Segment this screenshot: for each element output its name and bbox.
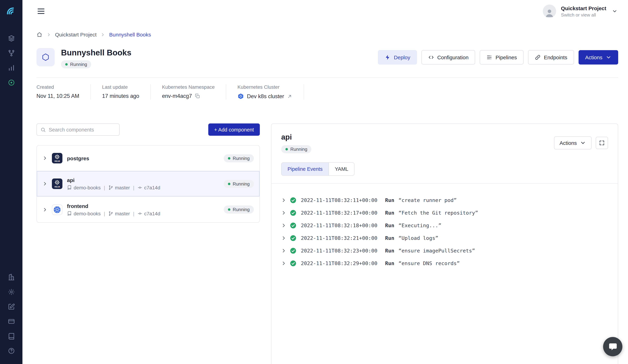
- breadcrumb-project-link[interactable]: Quickstart Project: [55, 32, 97, 38]
- component-info: frontend demo-books | master | c7a14d: [67, 203, 160, 216]
- home-icon[interactable]: [36, 32, 42, 38]
- sidebar-item-pipelines[interactable]: [7, 49, 15, 58]
- chat-launcher-button[interactable]: [603, 337, 622, 356]
- detail-title: api: [281, 133, 312, 141]
- detail-actions-label: Actions: [560, 140, 577, 146]
- success-check-icon: [290, 210, 296, 216]
- pipelines-button[interactable]: Pipelines: [480, 50, 524, 65]
- sidebar-item-billing[interactable]: [7, 318, 15, 326]
- sidebar-item-templates[interactable]: [7, 303, 15, 311]
- layers-icon: [7, 35, 15, 43]
- success-check-icon: [290, 197, 296, 203]
- meta-created: Created Nov 11, 10:25 AM: [36, 84, 91, 100]
- actions-button-label: Actions: [585, 54, 602, 60]
- event-timestamp: 2022-11-11T08:32:23+00:00: [301, 248, 378, 254]
- status-badge: Running: [224, 180, 254, 188]
- workspace-columns: + Add component HELM postgres: [36, 123, 618, 364]
- expand-chevron-icon[interactable]: [281, 223, 286, 228]
- pipeline-event-row[interactable]: 2022-11-11T08:32:21+00:00 Run “Upload lo…: [281, 232, 608, 244]
- project-switcher[interactable]: Quickstart Project Switch or view all: [561, 5, 606, 17]
- fullscreen-button[interactable]: [596, 137, 608, 149]
- tabs-divider: [271, 183, 618, 184]
- tab-pipeline-events[interactable]: Pipeline Events: [282, 163, 328, 175]
- avatar[interactable]: [543, 4, 556, 18]
- chevron-down-icon[interactable]: [612, 8, 618, 14]
- repo-icon: [67, 185, 72, 190]
- tab-yaml[interactable]: YAML: [328, 163, 354, 175]
- sidebar: [0, 0, 22, 364]
- chevron-down-icon: [580, 140, 586, 146]
- components-toolbar: + Add component: [36, 123, 260, 136]
- component-row-postgres[interactable]: HELM postgres Running: [37, 146, 259, 171]
- search-input[interactable]: [49, 127, 116, 132]
- component-name: postgres: [67, 155, 89, 161]
- environment-title-block: Bunnyshell Books Running: [61, 48, 131, 68]
- event-timestamp: 2022-11-11T08:32:11+00:00: [301, 197, 378, 203]
- search-icon: [40, 127, 46, 132]
- expand-chevron-icon[interactable]: [281, 248, 286, 253]
- status-label: Running: [233, 207, 250, 212]
- event-action: Run: [385, 197, 394, 203]
- event-action: Run: [385, 210, 394, 216]
- bunnyshell-logo[interactable]: [5, 5, 17, 17]
- expand-chevron-icon[interactable]: [42, 156, 47, 161]
- expand-chevron-icon[interactable]: [281, 211, 286, 215]
- sidebar-item-activity[interactable]: [7, 79, 15, 87]
- sidebar-item-environments[interactable]: [7, 35, 15, 43]
- pipeline-event-row[interactable]: 2022-11-11T08:32:11+00:00 Run “create ru…: [281, 194, 608, 207]
- expand-chevron-icon[interactable]: [42, 207, 47, 212]
- sidebar-item-help[interactable]: [7, 347, 15, 356]
- detail-title-block: api Running: [281, 133, 312, 153]
- environment-header: Bunnyshell Books Running Deploy Configur…: [36, 48, 618, 68]
- copy-icon[interactable]: [195, 93, 200, 99]
- meta-last-update: Last update 17 minutes ago: [91, 84, 151, 100]
- expand-chevron-icon[interactable]: [42, 181, 47, 186]
- helm-icon: HELM: [52, 178, 62, 189]
- success-check-icon: [290, 248, 296, 254]
- pipeline-event-row[interactable]: 2022-11-11T08:32:23+00:00 Run “ensure im…: [281, 244, 608, 257]
- pipeline-event-row[interactable]: 2022-11-11T08:32:29+00:00 Run “ensure DN…: [281, 257, 608, 270]
- status-badge: Running: [224, 154, 254, 162]
- commit: c7a14d: [138, 211, 160, 216]
- help-circle-icon: [7, 347, 15, 356]
- status-dot: [228, 208, 230, 211]
- component-row-api[interactable]: HELM api demo-books | master | c7a14d: [37, 171, 259, 197]
- event-action: Run: [385, 261, 394, 266]
- detail-actions-button[interactable]: Actions: [554, 137, 592, 149]
- meta-label: Created: [36, 84, 79, 90]
- actions-button[interactable]: Actions: [579, 50, 618, 65]
- meta-namespace: Kubernetes Namespace env-m4acg7: [151, 84, 226, 100]
- event-action: Run: [385, 248, 394, 254]
- sidebar-item-docs[interactable]: [7, 332, 15, 341]
- pipeline-events-list: 2022-11-11T08:32:11+00:00 Run “create ru…: [281, 194, 608, 270]
- add-component-button[interactable]: + Add component: [208, 123, 260, 136]
- sidebar-item-metrics[interactable]: [7, 64, 15, 73]
- expand-chevron-icon[interactable]: [281, 236, 286, 241]
- search-box: [36, 123, 120, 136]
- event-timestamp: 2022-11-11T08:32:17+00:00: [301, 210, 378, 216]
- pipeline-event-row[interactable]: 2022-11-11T08:32:17+00:00 Run “Fetch the…: [281, 207, 608, 219]
- building-icon: [7, 274, 15, 282]
- configuration-button[interactable]: Configuration: [421, 50, 475, 65]
- sidebar-item-organization[interactable]: [7, 274, 15, 282]
- sidebar-bottom-nav: [7, 274, 15, 356]
- sidebar-item-settings[interactable]: [7, 288, 15, 297]
- component-row-frontend[interactable]: frontend demo-books | master | c7a14d Ru…: [37, 197, 259, 222]
- breadcrumb-current[interactable]: Bunnyshell Books: [109, 32, 151, 38]
- status-label: Running: [233, 155, 250, 161]
- endpoints-button-label: Endpoints: [544, 54, 567, 60]
- component-name: frontend: [67, 203, 160, 209]
- external-link-icon[interactable]: [287, 93, 292, 99]
- expand-chevron-icon[interactable]: [281, 198, 286, 203]
- endpoints-button[interactable]: Endpoints: [528, 50, 574, 65]
- component-git-meta: demo-books | master | c7a14d: [67, 211, 160, 216]
- deploy-button[interactable]: Deploy: [378, 50, 417, 65]
- hamburger-menu-button[interactable]: [36, 7, 46, 16]
- chat-bubble-icon: [608, 342, 617, 351]
- cluster-link[interactable]: Dev k8s cluster: [247, 93, 284, 99]
- app: Quickstart Project Switch or view all Qu…: [0, 0, 628, 364]
- component-info: api demo-books | master | c7a14d: [67, 177, 160, 190]
- status-dot: [65, 63, 68, 66]
- expand-chevron-icon[interactable]: [281, 261, 286, 266]
- pipeline-event-row[interactable]: 2022-11-11T08:32:18+00:00 Run “Executing…: [281, 219, 608, 232]
